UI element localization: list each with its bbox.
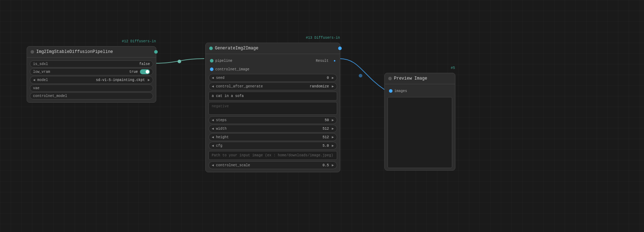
cs-value: 0.5 bbox=[323, 163, 330, 167]
pipeline-input-row: pipeline Result ● bbox=[209, 57, 337, 65]
result-output-port[interactable] bbox=[338, 47, 342, 50]
vae-label: vae bbox=[33, 86, 39, 90]
seed-prev-btn[interactable]: ◀ bbox=[210, 76, 215, 80]
result-dot: ● bbox=[334, 59, 336, 63]
low-vram-label: low_vram bbox=[33, 70, 50, 74]
width-label: width bbox=[215, 127, 323, 131]
svg-point-1 bbox=[359, 74, 362, 77]
model-label: model bbox=[37, 78, 96, 82]
cfg-value: 5.0 bbox=[323, 144, 330, 148]
node3-title: Preview Image bbox=[394, 76, 427, 81]
negative-field[interactable]: negative bbox=[209, 102, 337, 115]
cfg-next-btn[interactable]: ▶ bbox=[330, 144, 335, 148]
control-after-generate-field[interactable]: ◀ control_after_generate randomize ▶ bbox=[209, 82, 337, 90]
steps-field[interactable]: ◀ steps 50 ▶ bbox=[209, 116, 337, 124]
controlnet-scale-field[interactable]: ◀ controlnet_scale 0.5 ▶ bbox=[209, 161, 337, 169]
model-next-btn[interactable]: ▶ bbox=[146, 78, 151, 82]
pipeline-input-label: pipeline bbox=[215, 59, 316, 63]
seed-value: 0 bbox=[327, 76, 330, 80]
steps-next-btn[interactable]: ▶ bbox=[330, 118, 335, 122]
steps-label: steps bbox=[215, 118, 325, 122]
controlnet-image-row: controlnet_image bbox=[209, 65, 337, 73]
height-value: 512 bbox=[323, 135, 330, 139]
result-label: Result bbox=[316, 59, 329, 63]
height-label: height bbox=[215, 135, 323, 139]
model-prev-btn[interactable]: ◀ bbox=[32, 78, 37, 82]
images-input-dot bbox=[389, 89, 393, 93]
model-field[interactable]: ◀ model sd-v1-5-inpainting.ckpt ▶ bbox=[30, 76, 153, 84]
node1-id-label: #12 Diffusers-in bbox=[122, 39, 156, 43]
cs-label: controlnet_scale bbox=[215, 163, 323, 167]
pipeline-input-dot bbox=[210, 59, 213, 63]
prompt-value: a cat in a sofa bbox=[212, 94, 244, 98]
seed-next-btn[interactable]: ▶ bbox=[330, 76, 335, 80]
images-label: images bbox=[394, 89, 407, 93]
low-vram-toggle[interactable] bbox=[140, 69, 150, 74]
node2-status-dot bbox=[209, 47, 213, 50]
cs-prev-btn[interactable]: ◀ bbox=[210, 163, 215, 167]
path-hint-value: Path to your input image (ex : home/down… bbox=[212, 153, 333, 157]
cfg-prev-btn[interactable]: ◀ bbox=[210, 144, 215, 148]
node2-id-label: #13 Diffusers-in bbox=[306, 36, 340, 40]
cag-prev-btn[interactable]: ◀ bbox=[210, 84, 215, 88]
preview-image-area bbox=[388, 97, 452, 168]
height-prev-btn[interactable]: ◀ bbox=[210, 135, 215, 139]
controlnet-model-field: controlnet_model bbox=[30, 92, 153, 99]
pipeline-output-port[interactable] bbox=[154, 50, 158, 54]
controlnet-model-label: controlnet_model bbox=[33, 94, 67, 98]
prompt-field[interactable]: a cat in a sofa bbox=[209, 92, 337, 101]
cag-value: randomize bbox=[310, 85, 330, 88]
height-next-btn[interactable]: ▶ bbox=[330, 135, 335, 139]
svg-point-0 bbox=[178, 60, 181, 63]
vae-field: vae bbox=[30, 85, 153, 92]
height-field[interactable]: ◀ height 512 ▶ bbox=[209, 133, 337, 141]
low-vram-value: true bbox=[129, 70, 138, 74]
node3-status-dot bbox=[388, 77, 392, 80]
is-sdxl-value: false bbox=[139, 62, 150, 66]
controlnet-image-label: controlnet_image bbox=[215, 68, 249, 71]
negative-placeholder: negative bbox=[212, 104, 229, 108]
node1-status-dot bbox=[31, 50, 34, 54]
width-next-btn[interactable]: ▶ bbox=[330, 126, 335, 131]
cfg-field[interactable]: ◀ cfg 5.0 ▶ bbox=[209, 142, 337, 150]
width-field[interactable]: ◀ width 512 ▶ bbox=[209, 125, 337, 133]
width-prev-btn[interactable]: ◀ bbox=[210, 126, 215, 131]
cfg-label: cfg bbox=[215, 144, 323, 148]
cag-label: control_after_generate bbox=[215, 85, 310, 88]
path-hint-field[interactable]: Path to your input image (ex : home/down… bbox=[209, 151, 337, 160]
cs-next-btn[interactable]: ▶ bbox=[330, 163, 335, 167]
node3-id-label: #5 bbox=[451, 66, 455, 70]
node1-title: Img2ImgStableDiffusionPipeline bbox=[36, 49, 113, 54]
is-sdxl-label: is_sdxl bbox=[33, 62, 48, 66]
controlnet-input-dot bbox=[210, 68, 213, 71]
generate-node[interactable]: #13 Diffusers-in GenerateImg2Image pipel… bbox=[205, 43, 340, 172]
preview-node[interactable]: #5 Preview Image images bbox=[384, 73, 455, 171]
model-value: sd-v1-5-inpainting.ckpt bbox=[96, 78, 146, 82]
seed-field[interactable]: ◀ seed 0 ▶ bbox=[209, 74, 337, 82]
node2-title: GenerateImg2Image bbox=[215, 46, 258, 51]
width-value: 512 bbox=[323, 127, 330, 131]
cag-next-btn[interactable]: ▶ bbox=[330, 84, 335, 88]
seed-label: seed bbox=[215, 76, 327, 80]
steps-prev-btn[interactable]: ◀ bbox=[210, 118, 215, 122]
is-sdxl-field: is_sdxl false bbox=[30, 60, 153, 68]
pipeline-node[interactable]: #12 Diffusers-in Img2ImgStableDiffusionP… bbox=[27, 46, 156, 103]
low-vram-field: low_vram true bbox=[30, 68, 153, 75]
steps-value: 50 bbox=[325, 118, 330, 122]
images-input-row: images bbox=[388, 87, 452, 95]
